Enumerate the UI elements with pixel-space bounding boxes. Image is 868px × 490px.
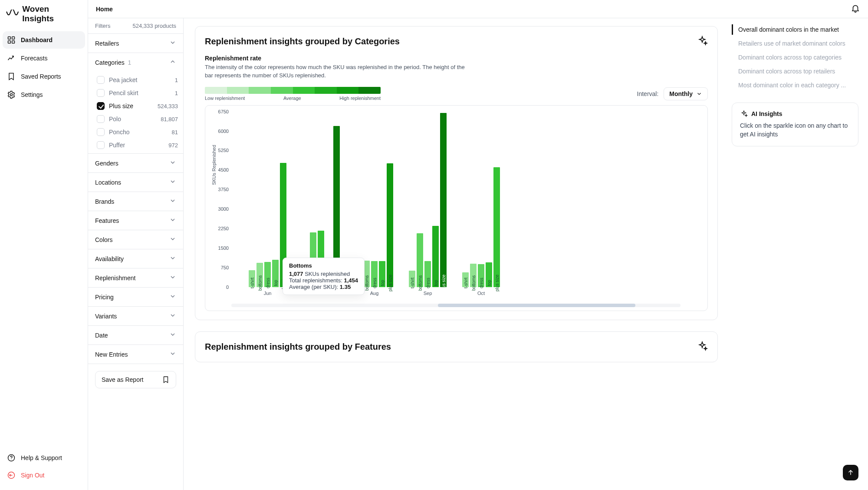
- sparkle-icon: [740, 110, 748, 118]
- chart-bar[interactable]: plus size: [387, 163, 393, 287]
- chart-bar[interactable]: top: [272, 260, 279, 287]
- chevron-up-icon: [169, 58, 176, 66]
- category-option[interactable]: Pencil skirt1: [94, 86, 181, 99]
- filter-categories[interactable]: Categories 1: [88, 53, 183, 72]
- brand-text: Woven Insights: [22, 4, 82, 23]
- left-nav: Woven Insights Dashboard Forecasts Saved…: [0, 0, 88, 490]
- chart-bar[interactable]: top: [486, 262, 492, 287]
- sparkle-icon[interactable]: [697, 341, 708, 353]
- filter-availability[interactable]: Availability: [88, 249, 183, 268]
- filter-locations[interactable]: Locations: [88, 173, 183, 192]
- filter-pricing[interactable]: Pricing: [88, 288, 183, 307]
- toc-item[interactable]: Dominant colors across top retailers: [732, 66, 858, 76]
- save-as-report-button[interactable]: Save as Report: [95, 371, 176, 388]
- topbar: Home: [88, 0, 868, 18]
- nav-saved-reports[interactable]: Saved Reports: [3, 68, 85, 85]
- filters-label: Filters: [95, 23, 110, 29]
- category-option[interactable]: Poncho81: [94, 126, 181, 139]
- chart-bar[interactable]: dress: [424, 261, 431, 287]
- svg-point-6: [11, 460, 12, 460]
- nav-help[interactable]: Help & Support: [3, 449, 85, 467]
- filter-replenishment[interactable]: Replenishment: [88, 268, 183, 288]
- nav-signout[interactable]: Sign Out: [3, 467, 85, 484]
- svg-rect-1: [12, 37, 15, 40]
- svg-point-4: [10, 94, 13, 96]
- svg-rect-2: [8, 41, 11, 43]
- nav-dashboard[interactable]: Dashboard: [3, 31, 85, 49]
- filter-genders[interactable]: Genders: [88, 154, 183, 173]
- toc-item[interactable]: Dominant colors across top categories: [732, 52, 858, 63]
- category-option[interactable]: Plus size524,333: [94, 99, 181, 113]
- nav-settings[interactable]: Settings: [3, 86, 85, 103]
- breadcrumb-home[interactable]: Home: [96, 6, 113, 13]
- scroll-to-top-button[interactable]: [843, 465, 858, 480]
- replenishment-card: Replenishment insights grouped by Catego…: [195, 26, 718, 320]
- color-gradient-legend: [205, 87, 381, 94]
- toc-item[interactable]: Most dominant color in each category ...: [732, 80, 858, 90]
- sparkle-icon[interactable]: [697, 35, 708, 48]
- chart-bar[interactable]: bottoms: [256, 263, 263, 287]
- toc-item[interactable]: Overall dominant colors in the market: [732, 24, 858, 35]
- chart-h-scrollbar[interactable]: [231, 304, 681, 307]
- features-card: Replenishment insights grouped by Featur…: [195, 331, 718, 362]
- brand: Woven Insights: [0, 0, 88, 28]
- chart-bar[interactable]: dress: [264, 262, 271, 287]
- categories-list[interactable]: Pea jacket1Pencil skirt1Plus size524,333…: [88, 72, 183, 154]
- bookmark-icon: [162, 376, 170, 384]
- chevron-down-icon: [169, 39, 176, 47]
- svg-rect-3: [12, 41, 15, 43]
- features-card-title: Replenishment insights grouped by Featur…: [205, 342, 391, 352]
- chart-bar[interactable]: top: [432, 226, 439, 287]
- filter-date[interactable]: Date: [88, 326, 183, 345]
- chart-bar[interactable]: bottoms: [470, 264, 477, 287]
- chart-bar[interactable]: top: [379, 261, 385, 287]
- category-option[interactable]: Pea jacket1: [94, 73, 181, 86]
- toc-item[interactable]: Retailers use of market dominant colors: [732, 38, 858, 49]
- main-content: Replenishment insights grouped by Catego…: [184, 18, 729, 490]
- interval-select[interactable]: Monthly: [664, 87, 708, 100]
- card-title: Replenishment insights grouped by Catego…: [205, 36, 400, 46]
- filter-new-entries[interactable]: New Entries: [88, 345, 183, 364]
- filters-panel: Filters 524,333 products Retailers Categ…: [88, 18, 184, 490]
- filters-total: 524,333 products: [133, 23, 176, 29]
- filter-features[interactable]: Features: [88, 211, 183, 230]
- filter-retailers[interactable]: Retailers: [88, 34, 183, 53]
- chart-bar[interactable]: bottoms: [417, 233, 423, 287]
- notifications-icon[interactable]: [851, 3, 860, 14]
- interval-label: Interval:: [637, 90, 659, 97]
- rate-title: Replenishment rate: [205, 55, 708, 62]
- chart-bar[interactable]: t-shirt: [462, 272, 469, 287]
- rate-desc: The intensity of the color represents ho…: [205, 63, 474, 80]
- chart-bar[interactable]: dress: [478, 264, 484, 287]
- svg-rect-0: [8, 37, 11, 40]
- chart-container: SKUs Replenished t-shirtbottomsdresstopp…: [205, 105, 708, 311]
- filter-colors[interactable]: Colors: [88, 230, 183, 249]
- filter-variants[interactable]: Variants: [88, 307, 183, 326]
- chart-bar[interactable]: plus size: [493, 167, 500, 287]
- insights-toc: Overall dominant colors in the marketRet…: [732, 24, 858, 90]
- category-option[interactable]: Puffer972: [94, 139, 181, 152]
- insights-panel: Overall dominant colors in the marketRet…: [729, 18, 868, 490]
- nav-forecasts[interactable]: Forecasts: [3, 50, 85, 67]
- filter-brands[interactable]: Brands: [88, 192, 183, 211]
- chart-bar[interactable]: dress: [371, 261, 378, 287]
- chart-bar[interactable]: t-shirt: [249, 270, 255, 287]
- chart-bar[interactable]: t-shirt: [409, 271, 415, 287]
- chart-tooltip: Bottoms 1,077 SKUs replenished Total rep…: [283, 258, 365, 295]
- ai-insights-widget: AI Insights Click on the sparkle icon on…: [732, 103, 858, 146]
- chart-bar[interactable]: plus size: [440, 113, 447, 287]
- category-option[interactable]: Polo81,807: [94, 113, 181, 126]
